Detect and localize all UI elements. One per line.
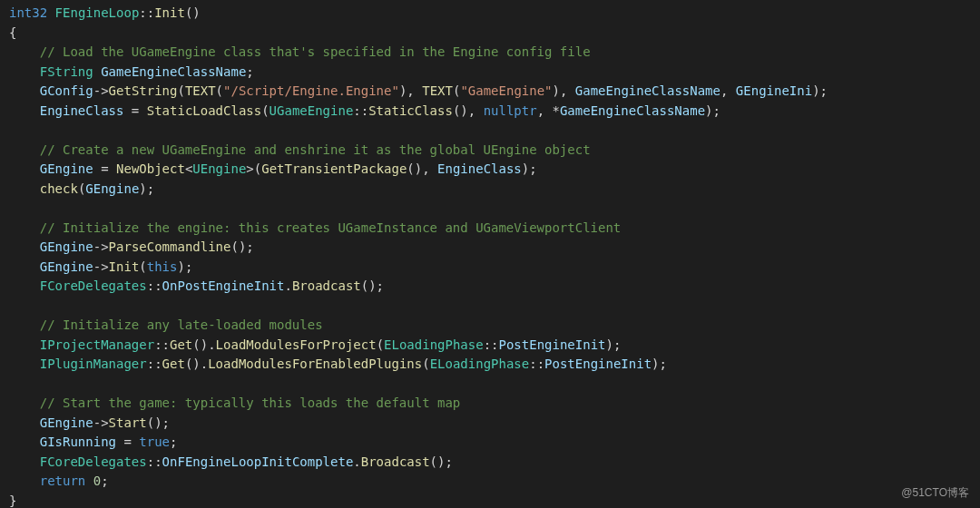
type: FEngineLoop bbox=[55, 5, 140, 20]
keyword: int32 bbox=[9, 5, 47, 20]
comment: // Load the UGameEngine class that's spe… bbox=[40, 44, 591, 59]
method: Init bbox=[154, 5, 185, 20]
code-block: int32 FEngineLoop::Init() { // Load the … bbox=[0, 0, 980, 508]
watermark: @51CTO博客 bbox=[901, 484, 969, 503]
